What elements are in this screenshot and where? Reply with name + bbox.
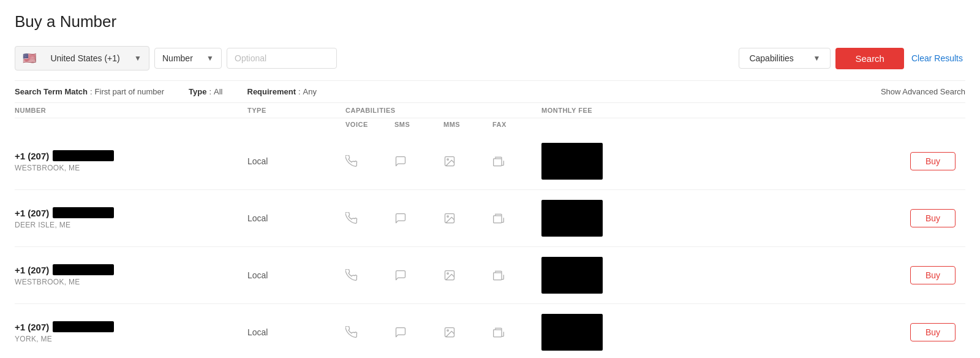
- type-filter: Type : All: [189, 87, 222, 96]
- mms-icon: [443, 212, 456, 224]
- sms-icon: [394, 212, 407, 224]
- buy-button[interactable]: Buy: [910, 152, 956, 170]
- advanced-search-link[interactable]: Show Advanced Search: [881, 87, 965, 96]
- number-location: DEER ISLE, ME: [15, 221, 247, 229]
- requirement-colon: :: [298, 87, 301, 96]
- clear-results-button[interactable]: Clear Results: [909, 48, 965, 68]
- number-location: WESTBROOK, ME: [15, 164, 247, 172]
- search-term-match: Search Term Match : First part of number: [15, 87, 164, 96]
- fax-capability: [492, 155, 541, 167]
- col-capabilities: CAPABILITIES: [345, 107, 541, 114]
- buy-button[interactable]: Buy: [910, 323, 956, 341]
- buy-button[interactable]: Buy: [910, 209, 956, 227]
- sub-col-sms: SMS: [394, 121, 443, 128]
- sub-col-mms: MMS: [443, 121, 492, 128]
- fax-icon: [492, 269, 505, 281]
- number-type-label: Number: [162, 53, 193, 63]
- buy-cell: Buy: [639, 266, 965, 284]
- country-flag-icon: 🇺🇸: [23, 51, 36, 65]
- buy-cell: Buy: [639, 323, 965, 341]
- fee-redacted-block: [541, 257, 603, 294]
- number-redacted-block: [53, 321, 114, 332]
- monthly-fee-cell: [541, 200, 639, 237]
- col-monthly-fee: MONTHLY FEE: [541, 107, 639, 114]
- sms-icon: [394, 269, 407, 281]
- voice-capability: [345, 326, 394, 338]
- requirement-value: Any: [303, 87, 317, 96]
- number-location: YORK, ME: [15, 335, 247, 343]
- number-text: +1 (207): [15, 207, 247, 218]
- svg-point-7: [447, 273, 449, 275]
- number-type-chevron-icon: ▼: [206, 54, 214, 63]
- fee-redacted-block: [541, 143, 603, 180]
- phone-icon: [345, 326, 358, 338]
- number-type-select[interactable]: Number ▼: [154, 48, 222, 69]
- number-redacted-block: [53, 150, 114, 161]
- term-match-colon: :: [90, 87, 92, 96]
- svg-rect-8: [494, 273, 502, 280]
- sms-capability: [394, 212, 443, 224]
- capabilities-dropdown[interactable]: Capabilities ▼: [739, 48, 831, 69]
- svg-rect-5: [494, 216, 502, 223]
- search-bar: 🇺🇸 United States (+1) ▼ Number ▼ Capabil…: [15, 46, 965, 70]
- number-text: +1 (207): [15, 264, 247, 275]
- mms-capability: [443, 212, 492, 224]
- type-cell: Local: [247, 327, 345, 337]
- search-meta-bar: Search Term Match : First part of number…: [15, 80, 965, 103]
- sms-capability: [394, 269, 443, 281]
- number-cell: +1 (207) YORK, ME: [15, 321, 247, 343]
- svg-point-1: [447, 159, 449, 161]
- svg-rect-2: [494, 159, 502, 166]
- number-search-input[interactable]: [227, 48, 337, 69]
- voice-capability: [345, 155, 394, 167]
- fee-redacted-block: [541, 314, 603, 351]
- type-cell: Local: [247, 156, 345, 166]
- number-prefix: +1 (207): [15, 151, 49, 161]
- table-header-row: NUMBER TYPE CAPABILITIES MONTHLY FEE: [15, 103, 965, 118]
- search-button[interactable]: Search: [835, 48, 904, 69]
- fax-capability: [492, 212, 541, 224]
- type-value: All: [214, 87, 222, 96]
- number-prefix: +1 (207): [15, 265, 49, 275]
- buy-cell: Buy: [639, 152, 965, 170]
- sub-col-voice: VOICE: [345, 121, 394, 128]
- table-sub-header-row: VOICE SMS MMS FAX: [15, 118, 965, 133]
- number-location: WESTBROOK, ME: [15, 278, 247, 286]
- buy-cell: Buy: [639, 209, 965, 227]
- table-row: +1 (207) YORK, ME Local Buy: [15, 304, 965, 358]
- country-chevron-icon: ▼: [134, 54, 141, 63]
- sms-capability: [394, 155, 443, 167]
- voice-capability: [345, 212, 394, 224]
- sms-icon: [394, 155, 407, 167]
- term-match-label: Search Term Match: [15, 87, 88, 96]
- number-cell: +1 (207) WESTBROOK, ME: [15, 150, 247, 172]
- svg-point-4: [447, 216, 449, 218]
- table-row: +1 (207) WESTBROOK, ME Local Buy: [15, 247, 965, 304]
- type-colon: :: [209, 87, 211, 96]
- country-name: United States (+1): [50, 53, 119, 63]
- buy-button[interactable]: Buy: [910, 266, 956, 284]
- table-row: +1 (207) WESTBROOK, ME Local Buy: [15, 133, 965, 190]
- number-prefix: +1 (207): [15, 322, 49, 332]
- svg-rect-11: [494, 330, 502, 337]
- phone-icon: [345, 155, 358, 167]
- sub-col-fax: FAX: [492, 121, 541, 128]
- term-match-value: First part of number: [95, 87, 164, 96]
- phone-icon: [345, 212, 358, 224]
- page-container: Buy a Number 🇺🇸 United States (+1) ▼ Num…: [0, 0, 980, 358]
- country-select[interactable]: 🇺🇸 United States (+1) ▼: [15, 46, 149, 70]
- capabilities-label: Capabilities: [749, 53, 793, 63]
- table-row: +1 (207) DEER ISLE, ME Local Buy: [15, 190, 965, 247]
- requirement-filter: Requirement : Any: [247, 87, 317, 96]
- mms-icon: [443, 326, 456, 338]
- number-text: +1 (207): [15, 150, 247, 161]
- number-text: +1 (207): [15, 321, 247, 332]
- fax-capability: [492, 269, 541, 281]
- col-number: NUMBER: [15, 107, 247, 114]
- monthly-fee-cell: [541, 314, 639, 351]
- type-label: Type: [189, 87, 206, 96]
- number-prefix: +1 (207): [15, 208, 49, 218]
- requirement-label: Requirement: [247, 87, 296, 96]
- mms-capability: [443, 155, 492, 167]
- monthly-fee-cell: [541, 143, 639, 180]
